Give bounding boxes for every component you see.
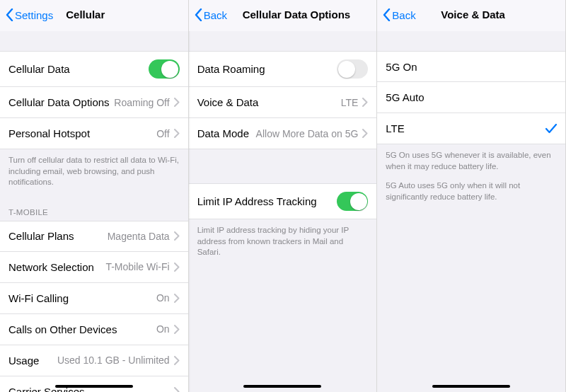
cellular-data-switch[interactable] [149,59,180,79]
row-label: Wi-Fi Calling [8,292,156,304]
row-personal-hotspot[interactable]: Personal Hotspot Off [0,118,188,149]
row-value: Used 10.1 GB - Unlimited [57,354,170,366]
navbar: Back Voice & Data [377,0,565,31]
pane-cellular-data-options: Back Cellular Data Options Data Roaming … [189,0,378,392]
row-cellular-data[interactable]: Cellular Data [0,51,188,87]
back-label: Settings [15,9,53,21]
chevron-right-icon [174,263,180,272]
chevron-right-icon [174,325,180,334]
back-label: Back [204,9,227,21]
chevron-left-icon [195,8,202,21]
checkmark-icon [545,124,557,134]
row-label: Cellular Data Options [8,96,114,108]
chevron-right-icon [362,98,368,107]
row-wifi-calling[interactable]: Wi-Fi Calling On [0,283,188,314]
row-5g-on[interactable]: 5G On [377,51,565,82]
limit-ip-switch[interactable] [337,192,368,211]
row-label: Cellular Data [8,63,149,75]
section-header-tmobile: T-Mobile [0,195,188,221]
pane-voice-and-data: Back Voice & Data 5G On 5G Auto LTE 5G O… [377,0,566,392]
footer-text: Limit IP address tracking by hiding your… [189,219,377,265]
row-data-mode[interactable]: Data Mode Allow More Data on 5G [189,118,377,149]
chevron-right-icon [174,98,180,107]
chevron-right-icon [174,231,180,241]
page-title: Cellular [66,8,105,21]
home-indicator[interactable] [432,385,510,388]
row-usage[interactable]: Usage Used 10.1 GB - Unlimited [0,345,188,376]
row-value: On [156,323,170,335]
footer-text: 5G Auto uses 5G only when it will not si… [377,179,565,209]
page-title: Cellular Data Options [243,8,351,21]
back-button[interactable]: Settings [6,8,53,21]
row-label: Data Roaming [197,63,337,75]
navbar: Settings Cellular [0,0,188,31]
row-5g-auto[interactable]: 5G Auto [377,82,565,113]
page-title: Voice & Data [441,8,505,21]
row-label: 5G On [386,61,557,73]
back-label: Back [392,9,415,21]
row-cellular-plans[interactable]: Cellular Plans Magenta Data [0,221,188,252]
row-label: Usage [8,354,57,367]
data-roaming-switch[interactable] [337,59,368,79]
row-label: Network Selection [8,261,105,273]
navbar: Back Cellular Data Options [189,0,377,31]
row-value: On [156,292,170,304]
back-button[interactable]: Back [195,8,240,21]
row-label: LTE [386,122,545,134]
row-network-selection[interactable]: Network Selection T-Mobile Wi-Fi [0,252,188,283]
home-indicator[interactable] [55,385,133,388]
row-calls-other-devices[interactable]: Calls on Other Devices On [0,314,188,345]
chevron-right-icon [174,356,180,365]
row-label: Cellular Plans [8,230,108,242]
row-label: Voice & Data [197,96,341,108]
chevron-left-icon [383,8,391,21]
row-label: Limit IP Address Tracking [197,195,337,207]
row-value: LTE [341,97,359,108]
chevron-right-icon [174,387,180,392]
home-indicator[interactable] [243,385,321,388]
chevron-right-icon [362,129,368,138]
row-value: Roaming Off [114,97,169,108]
chevron-right-icon [174,129,180,138]
pane-cellular: Settings Cellular Cellular Data Cellular… [0,0,189,392]
back-button[interactable]: Back [383,8,428,21]
row-value: Off [156,128,169,139]
row-cellular-data-options[interactable]: Cellular Data Options Roaming Off [0,87,188,118]
row-label: 5G Auto [386,91,557,103]
row-label: Data Mode [197,127,256,139]
row-limit-ip-tracking[interactable]: Limit IP Address Tracking [189,183,377,219]
row-label: Personal Hotspot [8,127,156,139]
chevron-left-icon [6,8,13,21]
row-value: T-Mobile Wi-Fi [105,261,169,272]
footer-text: 5G On uses 5G whenever it is available, … [377,144,565,179]
row-value: Magenta Data [108,231,170,242]
footer-text: Turn off cellular data to restrict all d… [0,149,188,195]
row-lte[interactable]: LTE [377,113,565,144]
row-voice-and-data[interactable]: Voice & Data LTE [189,87,377,118]
chevron-right-icon [174,294,180,303]
row-carrier-services[interactable]: Carrier Services [0,376,188,392]
row-value: Allow More Data on 5G [256,128,359,139]
row-data-roaming[interactable]: Data Roaming [189,51,377,87]
row-label: Calls on Other Devices [8,323,156,335]
